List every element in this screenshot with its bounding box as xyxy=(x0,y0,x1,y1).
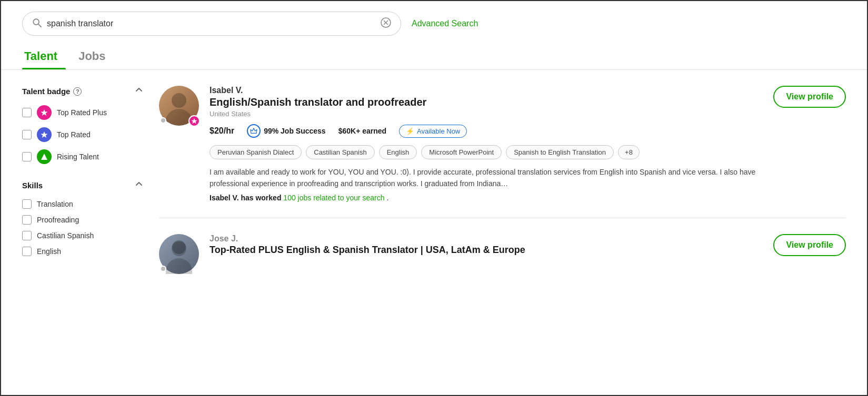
isabel-badge-star xyxy=(188,115,200,127)
svg-marker-7 xyxy=(41,154,47,160)
search-box xyxy=(22,12,401,36)
main-layout: Talent badge ? Top Rated Plus xyxy=(1,70,867,279)
isabel-name: Isabel V. xyxy=(209,86,773,95)
top-rated-icon xyxy=(37,127,52,142)
tabs-row: Talent Jobs xyxy=(1,41,867,70)
isabel-jobs-count: 100 jobs related to your search xyxy=(283,194,384,202)
top-rated-plus-icon xyxy=(37,105,52,120)
isabel-location: United States xyxy=(209,110,773,118)
skill-proofreading-label: Proofreading xyxy=(37,216,79,224)
search-bar-area: Advanced Search xyxy=(1,1,867,41)
jose-avatar-wrap xyxy=(159,234,199,274)
svg-marker-8 xyxy=(191,118,197,124)
results-area: Isabel V. English/Spanish translator and… xyxy=(159,86,846,279)
skills-filter-header: Skills xyxy=(22,180,143,191)
jose-view-profile-button[interactable]: View profile xyxy=(773,234,846,256)
skill-castilian-spanish-option: Castilian Spanish xyxy=(22,231,143,240)
skill-tag-castilian[interactable]: Castilian Spanish xyxy=(306,145,374,159)
isabel-jobs-worked: Isabel V. has worked 100 jobs related to… xyxy=(209,194,773,202)
talent-badge-collapse-icon[interactable] xyxy=(135,86,143,97)
talent-badge-header: Talent badge ? xyxy=(22,86,143,97)
skill-english-checkbox[interactable] xyxy=(22,247,32,256)
isabel-online-status xyxy=(160,117,166,124)
tab-jobs[interactable]: Jobs xyxy=(76,46,114,69)
skill-tag-peruvian[interactable]: Peruvian Spanish Dialect xyxy=(209,145,302,159)
skill-proofreading-checkbox[interactable] xyxy=(22,215,32,225)
isabel-title: English/Spanish translator and proofread… xyxy=(209,96,773,108)
badge-top-rated-plus-checkbox[interactable] xyxy=(22,108,32,117)
jose-name: Jose J. xyxy=(209,234,525,243)
badge-rising-talent-label: Rising Talent xyxy=(57,153,99,161)
search-input[interactable] xyxy=(47,19,375,28)
isabel-job-success: 99% Job Success xyxy=(247,124,326,138)
isabel-availability-text: Available Now xyxy=(417,127,460,135)
talent-badge-help-icon[interactable]: ? xyxy=(73,87,82,96)
rising-talent-icon xyxy=(37,149,52,164)
skill-tag-english[interactable]: English xyxy=(379,145,417,159)
search-icon xyxy=(32,18,42,29)
jose-title: Top-Rated PLUS English & Spanish Transla… xyxy=(209,245,525,256)
isabel-earned: $60K+ earned xyxy=(338,127,386,135)
svg-line-1 xyxy=(38,24,41,27)
skill-translation-option: Translation xyxy=(22,199,143,209)
badge-rising-talent-checkbox[interactable] xyxy=(22,152,32,161)
badge-top-rated-checkbox[interactable] xyxy=(22,130,32,139)
talent-badge-filter: Talent badge ? Top Rated Plus xyxy=(22,86,143,164)
isabel-stats: $20/hr 99% Job Success $60K+ earned xyxy=(209,124,773,138)
jose-card-row: Jose J. Top-Rated PLUS English & Spanish… xyxy=(159,234,846,279)
lightning-icon: ⚡ xyxy=(406,127,414,135)
skill-castilian-spanish-label: Castilian Spanish xyxy=(37,231,94,240)
skill-english-option: English xyxy=(22,247,143,256)
isabel-rate: $20/hr xyxy=(209,126,234,136)
badge-top-rated-plus-option: Top Rated Plus xyxy=(22,105,143,120)
skill-tag-more[interactable]: +8 xyxy=(618,145,640,159)
svg-point-0 xyxy=(33,19,39,25)
isabel-profile-info: Isabel V. English/Spanish translator and… xyxy=(209,86,773,202)
skill-english-label: English xyxy=(37,247,61,256)
isabel-job-success-text: 99% Job Success xyxy=(264,127,326,135)
isabel-skills-tags: Peruvian Spanish Dialect Castilian Spani… xyxy=(209,145,773,159)
badge-top-rated-label: Top Rated xyxy=(57,130,91,139)
isabel-jobs-period: . xyxy=(386,194,388,202)
isabel-avatar-wrap xyxy=(159,86,199,126)
skills-filter-title: Skills xyxy=(22,181,43,190)
skill-tag-powerpoint[interactable]: Microsoft PowerPoint xyxy=(421,145,502,159)
jose-profile-info: Jose J. Top-Rated PLUS English & Spanish… xyxy=(209,234,525,256)
talent-badge-title: Talent badge ? xyxy=(22,87,82,96)
isabel-view-profile-button[interactable]: View profile xyxy=(773,86,846,108)
badge-top-rated-option: Top Rated xyxy=(22,127,143,142)
isabel-jobs-worked-strong: Isabel V. has worked xyxy=(209,194,281,202)
profile-card-isabel: Isabel V. English/Spanish translator and… xyxy=(159,86,846,218)
skill-proofreading-option: Proofreading xyxy=(22,215,143,225)
svg-marker-6 xyxy=(41,131,48,138)
isabel-card-row: Isabel V. English/Spanish translator and… xyxy=(159,86,846,202)
isabel-card-inner: Isabel V. English/Spanish translator and… xyxy=(159,86,773,202)
badge-rising-talent-option: Rising Talent xyxy=(22,149,143,164)
advanced-search-link[interactable]: Advanced Search xyxy=(412,19,478,28)
svg-marker-5 xyxy=(41,109,48,116)
clear-icon[interactable] xyxy=(381,17,391,30)
jose-card-inner: Jose J. Top-Rated PLUS English & Spanish… xyxy=(159,234,525,279)
skill-translation-checkbox[interactable] xyxy=(22,199,32,209)
skills-filter: Skills Translation Proofreading Castilia… xyxy=(22,180,143,256)
skill-castilian-spanish-checkbox[interactable] xyxy=(22,231,32,240)
sidebar: Talent badge ? Top Rated Plus xyxy=(22,86,159,279)
skills-collapse-icon[interactable] xyxy=(135,180,143,191)
badge-top-rated-plus-label: Top Rated Plus xyxy=(57,108,107,117)
isabel-availability-badge: ⚡ Available Now xyxy=(399,125,467,138)
skill-translation-label: Translation xyxy=(37,200,73,208)
isabel-bio: I am available and ready to work for YOU… xyxy=(209,167,773,189)
job-success-crown-icon xyxy=(247,124,261,138)
tab-talent[interactable]: Talent xyxy=(22,46,66,69)
skill-tag-spanish-to-english[interactable]: Spanish to English Translation xyxy=(506,145,614,159)
profile-card-jose: Jose J. Top-Rated PLUS English & Spanish… xyxy=(159,234,846,279)
